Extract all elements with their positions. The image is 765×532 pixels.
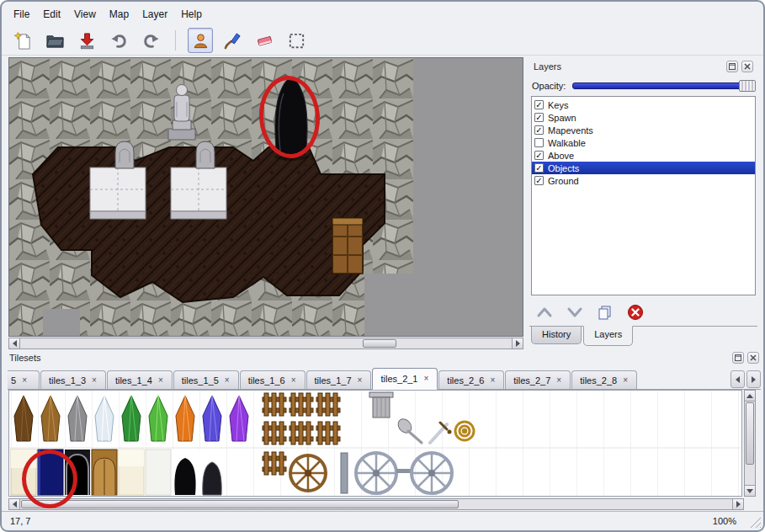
scroll-right-arrow[interactable] [512,338,523,348]
layer-checkbox[interactable]: ✓ [534,113,544,122]
scroll-left-arrow[interactable] [9,499,20,509]
layer-row-objects[interactable]: ✓ Objects [532,162,755,174]
stamp-tool-button[interactable] [188,28,213,53]
tileset-hscrollbar[interactable] [8,498,744,510]
map-hscroll-thumb[interactable] [363,339,396,348]
hood-silhouette-tile[interactable] [173,450,198,495]
float-button[interactable] [726,61,738,72]
layer-checkbox[interactable]: ✓ [534,151,544,160]
selected-tile-navy[interactable] [38,450,63,495]
tab-close-icon[interactable]: × [157,376,164,385]
wood-track-tiles[interactable] [263,452,286,475]
tab-close-icon[interactable]: × [21,376,28,385]
resize-grip[interactable] [749,516,761,528]
layer-row-above[interactable]: ✓ Above [532,149,755,162]
move-layer-down-button[interactable] [565,303,585,322]
scroll-left-arrow[interactable] [9,338,20,348]
tab-close-icon[interactable]: × [224,376,231,385]
layer-checkbox[interactable] [534,138,544,147]
tileset-tab[interactable]: tiles_1_3 × [40,370,106,389]
tab-close-icon[interactable]: × [91,376,98,385]
tab-close-icon[interactable]: × [423,375,430,383]
dark-doorway-tile[interactable] [65,450,90,495]
tileset-vscroll-thumb[interactable] [746,402,754,465]
save-button[interactable] [74,28,99,53]
tab-close-icon[interactable]: × [622,376,629,385]
eraser-tool-button[interactable] [252,28,277,53]
tileset-tab[interactable]: tiles_1_5 × [173,370,239,389]
layer-label: Mapevents [548,125,593,136]
map-void-notch [43,309,80,336]
layer-row-keys[interactable]: ✓ Keys [532,98,755,111]
opacity-slider[interactable] [572,80,756,92]
new-file-button[interactable] [10,28,35,53]
tab-layers[interactable]: Layers [583,326,633,346]
tileset-tab[interactable]: 5 × [8,370,40,389]
opacity-slider-track[interactable] [572,82,754,89]
tileset-vscrollbar[interactable] [744,390,756,497]
layer-checkbox[interactable]: ✓ [534,125,544,135]
tab-history[interactable]: History [531,327,582,344]
scroll-right-arrow[interactable] [732,499,743,509]
tileset-tab[interactable]: tiles_1_6 × [240,370,305,389]
duplicate-icon [597,305,614,320]
tileset-tab[interactable]: tiles_2_6 × [438,370,504,389]
tab-scroll-left-button[interactable] [730,370,745,388]
tileset-tab[interactable]: tiles_1_4 × [107,370,173,389]
menu-file[interactable]: File [7,6,36,23]
menu-edit[interactable]: Edit [36,6,67,23]
tileset-canvas[interactable] [9,391,741,496]
tab-close-icon[interactable]: × [555,376,562,385]
layer-row-ground[interactable]: ✓ Ground [532,174,755,187]
scroll-down-arrow[interactable] [745,485,755,496]
close-button[interactable] [741,61,753,72]
open-button[interactable] [42,28,67,53]
tileset-tab[interactable]: tiles_2_7 × [505,370,571,389]
tileset-view[interactable] [8,390,742,497]
crystal-tiles[interactable] [14,396,248,441]
float-button[interactable] [732,352,744,364]
wood-door-tile[interactable] [92,450,117,495]
map-viewport[interactable] [8,57,523,337]
layer-row-walkable[interactable]: Walkable [532,136,755,149]
tab-close-icon[interactable]: × [489,376,496,385]
layer-checkbox[interactable]: ✓ [534,176,544,185]
layer-checkbox[interactable]: ✓ [534,100,544,109]
scroll-up-arrow[interactable] [745,391,755,402]
pale-tile[interactable] [11,450,36,495]
toolbar [10,26,309,55]
hood-silhouette-tile[interactable] [199,450,225,495]
move-layer-up-button[interactable] [534,303,555,322]
white-tile[interactable] [146,450,171,495]
layer-list[interactable]: ✓ Keys ✓ Spawn ✓ Mapevents Walkable ✓ Ab… [531,96,756,295]
map-hscrollbar[interactable] [8,338,523,349]
menu-map[interactable]: Map [103,6,135,23]
tileset-hscroll-thumb[interactable] [21,500,459,508]
delete-layer-button[interactable] [625,303,645,322]
tileset-tab-active[interactable]: tiles_2_1 × [372,368,438,390]
pale-tile[interactable] [119,450,144,495]
tab-close-icon[interactable]: × [357,376,364,385]
close-button[interactable] [747,352,759,364]
menu-help[interactable]: Help [174,6,209,23]
opacity-slider-handle[interactable] [739,80,756,92]
tab-scroll-right-button[interactable] [746,370,761,388]
layer-row-mapevents[interactable]: ✓ Mapevents [532,124,755,136]
tileset-tab[interactable]: tiles_2_8 × [571,370,637,389]
tileset-tab[interactable]: tiles_1_7 × [306,370,372,389]
toolbar-divider [2,55,763,56]
wagon-wheel-tile[interactable] [290,455,326,491]
select-tool-button[interactable] [284,28,309,53]
undo-button[interactable] [106,28,131,53]
duplicate-layer-button[interactable] [595,303,615,322]
menu-view[interactable]: View [67,6,103,23]
zoom-level: 100% [713,516,736,526]
tab-close-icon[interactable]: × [290,376,297,385]
layer-checkbox[interactable]: ✓ [534,163,544,173]
pillar-tile[interactable] [369,392,393,418]
redo-button[interactable] [138,28,163,53]
layer-row-spawn[interactable]: ✓ Spawn [532,111,755,124]
brush-tool-button[interactable] [220,28,245,53]
map-canvas[interactable] [9,58,523,336]
menu-layer[interactable]: Layer [135,6,174,23]
